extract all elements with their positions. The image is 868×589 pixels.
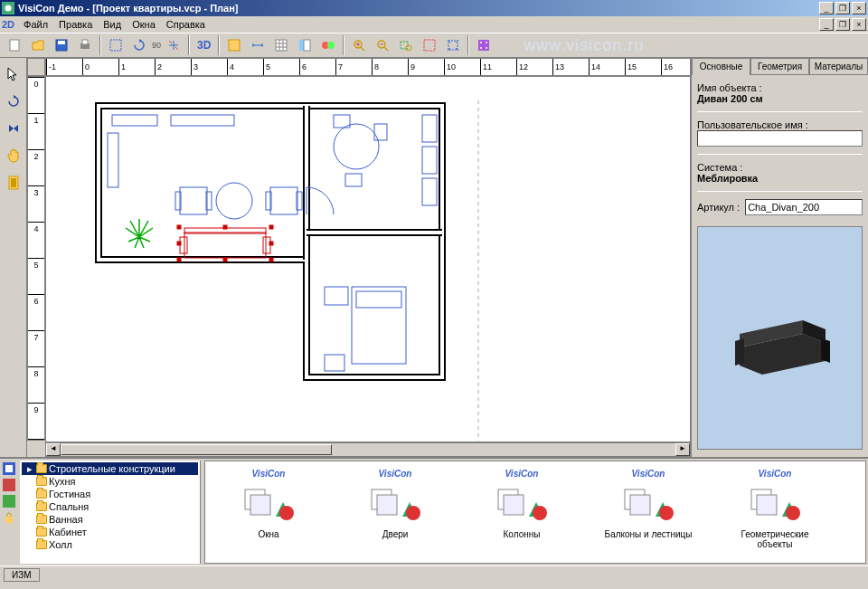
close-button[interactable]: × — [852, 2, 866, 14]
walls-button[interactable] — [223, 34, 245, 56]
svg-point-13 — [327, 42, 335, 49]
floor-plan-canvas[interactable] — [45, 76, 691, 442]
door-tool[interactable] — [3, 172, 24, 194]
svg-rect-80 — [757, 495, 777, 515]
svg-point-75 — [533, 506, 547, 520]
tree-item[interactable]: Кабинет — [22, 526, 198, 538]
svg-point-38 — [216, 183, 252, 219]
svg-rect-32 — [180, 187, 207, 214]
svg-point-51 — [334, 124, 379, 169]
catalog-item[interactable]: VisiConГеометрические объекты — [730, 469, 820, 549]
article-input[interactable] — [745, 199, 863, 215]
rotate-tool[interactable] — [3, 90, 24, 112]
tab-geometry[interactable]: Геометрия — [750, 58, 809, 75]
svg-rect-77 — [630, 495, 650, 515]
tree-item[interactable]: Ванная — [22, 513, 198, 526]
menu-view[interactable]: Вид — [98, 17, 127, 32]
flip-button[interactable] — [163, 34, 184, 56]
rotate-degree-label: 90 — [152, 41, 161, 50]
svg-rect-39 — [184, 233, 266, 258]
user-name-label: Пользовательское имя : — [697, 119, 863, 130]
scrollbar-thumb[interactable] — [61, 444, 332, 455]
horizontal-scrollbar[interactable]: ◄ ► — [45, 442, 691, 457]
tree-item[interactable]: Гостиная — [22, 488, 198, 500]
svg-rect-66 — [5, 517, 13, 523]
scroll-left-button[interactable]: ◄ — [46, 443, 61, 456]
lock-icon[interactable] — [3, 511, 15, 524]
layers-button[interactable] — [294, 34, 316, 56]
zoom-in-button[interactable] — [348, 34, 370, 56]
open-file-button[interactable] — [27, 34, 49, 56]
tree-item[interactable]: Холл — [22, 538, 198, 551]
grid-button[interactable] — [270, 34, 292, 56]
svg-rect-57 — [422, 178, 437, 205]
view-mode-indicator: 2D — [2, 19, 14, 30]
tree-item[interactable]: Кухня — [22, 475, 198, 488]
materials-button[interactable] — [317, 34, 339, 56]
mirror-tool[interactable] — [3, 118, 24, 139]
object-name-value: Диван 200 см — [697, 93, 863, 104]
svg-rect-53 — [374, 124, 387, 140]
tab-main[interactable]: Основные — [692, 58, 750, 75]
svg-rect-55 — [422, 115, 437, 142]
menu-help[interactable]: Справка — [161, 17, 211, 32]
category-icon[interactable] — [3, 462, 15, 475]
menu-file[interactable]: Файл — [18, 17, 53, 32]
catalog-item[interactable]: VisiConДвери — [350, 469, 440, 539]
svg-rect-71 — [377, 495, 397, 515]
furniture-icon[interactable] — [3, 479, 15, 491]
zoom-window-button[interactable] — [395, 34, 417, 56]
svg-rect-59 — [356, 291, 401, 308]
left-toolbar — [0, 58, 27, 457]
rotate-button[interactable] — [128, 34, 150, 56]
svg-point-24 — [486, 47, 487, 49]
new-file-button[interactable] — [4, 34, 25, 56]
category-tree[interactable]: ▸Строительные конструкцииКухняГостинаяСп… — [20, 461, 201, 564]
svg-rect-18 — [424, 40, 435, 51]
zoom-fit-button[interactable] — [419, 34, 440, 56]
svg-rect-54 — [345, 174, 362, 186]
zoom-extents-button[interactable] — [442, 34, 464, 56]
save-button[interactable] — [51, 34, 72, 56]
maximize-button[interactable]: ❐ — [835, 2, 850, 14]
svg-rect-6 — [82, 40, 88, 44]
menu-edit[interactable]: Правка — [53, 17, 98, 32]
select-all-button[interactable] — [105, 34, 127, 56]
catalog-panel[interactable]: VisiConОкнаVisiConДвериVisiConКолонныVis… — [204, 461, 866, 564]
scroll-right-button[interactable]: ► — [675, 443, 690, 456]
pan-tool[interactable] — [3, 145, 24, 166]
canvas-area: -101234567891011121314151617 01234567891… — [27, 58, 691, 457]
svg-rect-48 — [269, 258, 273, 261]
bottom-panel: ▸Строительные конструкцииКухняГостинаяСп… — [0, 457, 868, 565]
zoom-out-button[interactable] — [372, 34, 393, 56]
svg-rect-43 — [177, 225, 181, 229]
svg-rect-65 — [3, 495, 15, 508]
user-name-input[interactable] — [697, 130, 863, 147]
catalog-item[interactable]: VisiConОкна — [223, 469, 314, 539]
tree-item[interactable]: Спальня — [22, 500, 198, 513]
mode-3d-button[interactable]: 3D — [193, 39, 214, 52]
tab-materials[interactable]: Материалы — [809, 58, 868, 75]
catalog-item[interactable]: VisiConКолонны — [476, 469, 567, 539]
svg-rect-4 — [58, 41, 65, 44]
doc-maximize-button[interactable]: ❐ — [835, 18, 850, 31]
print-button[interactable] — [74, 34, 96, 56]
svg-rect-8 — [229, 40, 240, 51]
doc-minimize-button[interactable]: _ — [819, 18, 834, 31]
svg-rect-16 — [401, 42, 408, 49]
catalog-item[interactable]: VisiConБалконы и лестницы — [603, 469, 693, 539]
dimensions-button[interactable] — [247, 34, 269, 56]
room-icon[interactable] — [3, 495, 15, 508]
floor-plan — [90, 97, 632, 442]
menu-windows[interactable]: Окна — [127, 17, 161, 32]
pointer-tool[interactable] — [3, 63, 24, 85]
svg-rect-29 — [112, 115, 157, 126]
status-mode: ИЗМ — [4, 568, 40, 582]
svg-rect-26 — [11, 178, 16, 187]
system-label: Система : — [697, 162, 863, 173]
doc-close-button[interactable]: × — [852, 18, 866, 31]
minimize-button[interactable]: _ — [819, 2, 834, 14]
tree-item[interactable]: ▸Строительные конструкции — [22, 462, 198, 475]
snap-grid-button[interactable] — [473, 34, 495, 56]
svg-point-69 — [279, 506, 294, 520]
